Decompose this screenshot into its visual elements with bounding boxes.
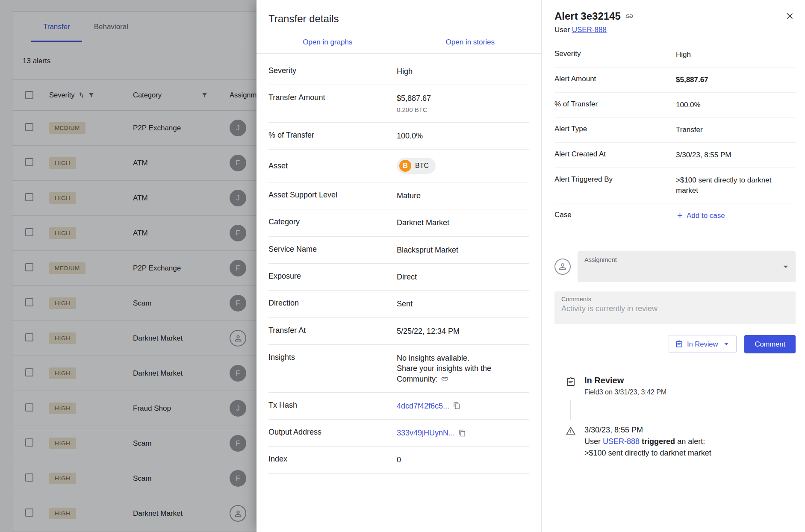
open-in-stories-link[interactable]: Open in stories	[399, 31, 542, 53]
add-to-case-button[interactable]: Add to case	[676, 211, 725, 221]
event-user-link[interactable]: USER-888	[603, 437, 640, 446]
service-name-value: Blacksprut Market	[397, 245, 529, 255]
status-button-label: In Review	[687, 340, 718, 348]
asset-name: BTC	[415, 161, 429, 170]
asset-chip[interactable]: B BTC	[397, 158, 436, 174]
close-icon[interactable]	[784, 10, 796, 22]
activity-timeline: In Review Field3 on 3/31/23, 3:42 PM 3/3…	[565, 376, 796, 459]
comments-field: Comments	[554, 291, 796, 324]
field-label: Asset Support Level	[268, 191, 397, 200]
comments-input[interactable]	[561, 304, 789, 320]
assignee-person-icon	[554, 259, 571, 275]
severity-value: High	[397, 66, 529, 76]
status-history-icon	[565, 376, 577, 396]
field-label: Service Name	[268, 245, 397, 254]
tx-hash-link[interactable]: 4dcd7f42f6c5...	[397, 401, 449, 411]
modal-scrim[interactable]	[0, 0, 257, 532]
field-label: Insights	[268, 353, 397, 362]
field-label: Severity	[554, 50, 676, 58]
asset-support-level-value: Mature	[397, 191, 529, 201]
insights-line1: No insights available.	[397, 353, 529, 363]
field-label: Case	[554, 211, 676, 219]
bitcoin-icon: B	[399, 160, 411, 172]
assignment-label: Assignment	[584, 256, 617, 263]
copy-icon[interactable]	[453, 402, 460, 409]
field-label: Direction	[268, 299, 397, 308]
open-in-graphs-link[interactable]: Open in graphs	[257, 31, 399, 53]
field-label: Tx Hash	[268, 401, 397, 410]
field-label: Index	[268, 455, 397, 464]
timeline-alert-entry: 3/30/23, 8:55 PM User USER-888 triggered…	[565, 424, 796, 459]
field-label: Alert Type	[554, 125, 676, 133]
transfer-details-panel: Transfer details Open in graphs Open in …	[257, 0, 541, 532]
transfer-at-value: 5/25/22, 12:34 PM	[397, 326, 529, 336]
direction-value: Sent	[397, 299, 529, 309]
plus-icon	[676, 212, 684, 220]
field-label: Alert Created At	[554, 150, 676, 159]
assignment-select[interactable]: Assignment	[578, 251, 796, 282]
community-link-icon[interactable]	[441, 375, 449, 383]
field-label: Alert Amount	[554, 75, 676, 83]
event-detail: >$100 sent directly to darknet market	[584, 447, 711, 459]
warning-icon	[565, 424, 577, 459]
chevron-down-icon	[780, 261, 791, 272]
chevron-down-icon	[722, 339, 731, 349]
event-time: 3/30/23, 8:55 PM	[584, 424, 711, 436]
category-value: Darknet Market	[397, 218, 529, 228]
transfer-amount-btc: 0.200 BTC	[397, 106, 529, 114]
alert-type-value: Transfer	[676, 125, 796, 135]
field-label: % of Transfer	[268, 131, 397, 140]
alert-created-value: 3/30/23, 8:55 PM	[676, 150, 796, 160]
comments-label: Comments	[561, 296, 789, 303]
alert-amount-value: $5,887.67	[676, 75, 796, 85]
field-label: Asset	[268, 162, 397, 170]
transfer-details-actions: Open in graphs Open in stories	[257, 31, 541, 54]
output-address-link[interactable]: 333v49jHUynN...	[397, 428, 455, 438]
alert-severity-value: High	[676, 50, 796, 60]
comment-button[interactable]: Comment	[744, 335, 796, 353]
event-suffix: an alert:	[677, 437, 705, 446]
app-root: Transfer Behavioral 13 alerts Severity C…	[0, 0, 805, 532]
timeline-connector	[570, 400, 571, 420]
user-label: User	[554, 26, 570, 34]
field-label: Transfer At	[268, 326, 397, 335]
exposure-value: Direct	[397, 272, 529, 282]
timeline-status-entry: In Review Field3 on 3/31/23, 3:42 PM	[565, 376, 796, 396]
user-link[interactable]: USER-888	[572, 26, 607, 34]
alert-trigger-value: >$100 sent directly to darknet market	[676, 175, 796, 196]
pct-of-transfer-value: 100.0%	[397, 131, 529, 141]
index-value: 0	[397, 455, 529, 465]
timeline-status-title: In Review	[584, 376, 666, 385]
field-label: Transfer Amount	[268, 93, 397, 102]
alerts-table-region: Transfer Behavioral 13 alerts Severity C…	[0, 0, 257, 532]
field-label: Output Address	[268, 428, 397, 437]
alert-details-panel: Alert 3e32145 User USER-888 SeverityHigh…	[541, 0, 805, 532]
transfer-details-title: Transfer details	[257, 0, 541, 31]
alert-pct-value: 100.0%	[676, 100, 796, 110]
field-label: % of Transfer	[554, 100, 676, 109]
transfer-amount-value: $5,887.67	[397, 93, 529, 103]
event-user-prefix: User	[584, 437, 601, 446]
status-dropdown-button[interactable]: In Review	[669, 335, 737, 353]
alert-title: Alert 3e32145	[554, 10, 621, 22]
field-label: Severity	[268, 66, 397, 75]
timeline-status-meta: Field3 on 3/31/23, 3:42 PM	[584, 388, 666, 396]
status-icon	[675, 340, 683, 348]
field-label: Exposure	[268, 272, 397, 281]
transfer-details-list: SeverityHigh Transfer Amount $5,887.67 0…	[257, 58, 541, 474]
field-label: Alert Triggered By	[554, 175, 676, 184]
event-bold-word: triggered	[642, 437, 675, 446]
field-label: Category	[268, 218, 397, 226]
alert-permalink-icon[interactable]	[625, 12, 634, 21]
copy-icon[interactable]	[459, 429, 466, 437]
add-to-case-label: Add to case	[687, 211, 725, 221]
